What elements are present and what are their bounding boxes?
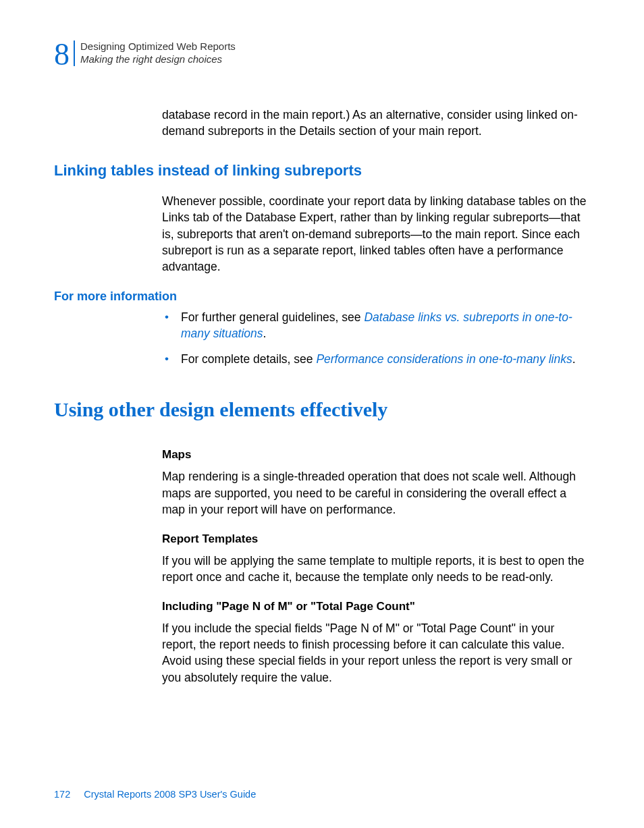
linking-body: Whenever possible, coordinate your repor… [162, 193, 590, 275]
page-number: 172 [54, 789, 70, 800]
bullet-post-text: . [263, 327, 267, 340]
header-title: Designing Optimized Web Reports [80, 40, 236, 53]
header-subtitle: Making the right design choices [80, 53, 236, 66]
link-performance-considerations[interactable]: Performance considerations in one-to-man… [316, 352, 572, 366]
page-header: 8 Designing Optimized Web Reports Making… [54, 39, 590, 70]
subheading-pagecount: Including "Page N of M" or "Total Page C… [162, 600, 590, 613]
heading-linking-tables: Linking tables instead of linking subrep… [54, 162, 590, 180]
subheading-templates: Report Templates [162, 532, 590, 546]
heading-other-design: Using other design elements effectively [54, 398, 590, 421]
pagecount-body: If you include the special fields "Page … [162, 620, 590, 686]
more-info-list: For further general guidelines, see Data… [162, 309, 590, 367]
header-text-block: Designing Optimized Web Reports Making t… [80, 39, 236, 66]
list-item: For complete details, see Performance co… [162, 351, 590, 367]
maps-body: Map rendering is a single-threaded opera… [162, 468, 590, 517]
header-divider [74, 40, 75, 66]
intro-paragraph: database record in the main report.) As … [162, 107, 590, 139]
footer-doc-title: Crystal Reports 2008 SP3 User's Guide [84, 789, 256, 800]
subheading-maps: Maps [162, 448, 590, 462]
heading-more-info: For more information [54, 289, 590, 304]
bullet-pre-text: For further general guidelines, see [181, 310, 364, 324]
chapter-number: 8 [54, 39, 70, 70]
bullet-post-text: . [572, 352, 576, 366]
page-footer: 172 Crystal Reports 2008 SP3 User's Guid… [54, 789, 256, 800]
list-item: For further general guidelines, see Data… [162, 309, 590, 341]
templates-body: If you will be applying the same templat… [162, 553, 590, 585]
bullet-pre-text: For complete details, see [181, 352, 316, 366]
